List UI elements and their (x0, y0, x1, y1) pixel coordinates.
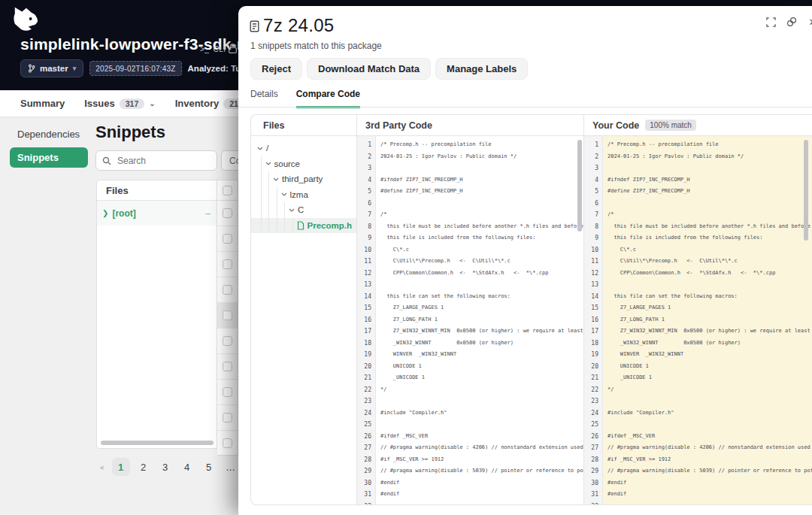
line-number: 15 (357, 302, 375, 314)
row-checkbox[interactable] (223, 285, 232, 295)
line-number: 9 (584, 232, 602, 244)
code-line: this file can set the following macros: (607, 291, 812, 303)
tree-node-source[interactable]: source (251, 156, 356, 172)
snippet-row[interactable] (217, 252, 238, 277)
horizontal-scrollbar[interactable] (101, 441, 214, 445)
tree-node-c[interactable]: C (251, 202, 356, 218)
app-logo-icon[interactable] (11, 5, 40, 35)
snippet-row[interactable] (217, 201, 238, 226)
compare-code-table: Files 3rd Party Code Your Code 100% matc… (250, 114, 812, 505)
line-number: 8 (584, 221, 602, 233)
manage-labels-button[interactable]: Manage Labels (435, 58, 528, 80)
snippet-row[interactable] (217, 354, 238, 380)
line-number: 26 (357, 431, 375, 443)
snippet-row[interactable] (217, 431, 238, 456)
copy-link-icon[interactable] (786, 16, 798, 28)
snippet-row[interactable] (217, 303, 238, 329)
code-line: Z7_LARGE_PAGES 1 (607, 302, 812, 314)
snippet-row[interactable] (217, 277, 238, 303)
snippet-row[interactable] (217, 380, 238, 405)
third-party-code-header: 3rd Party Code (357, 115, 584, 135)
code-line: Z7_LONG_PATH 1 (607, 314, 812, 326)
sidebar-item-snippets[interactable]: Snippets (10, 147, 88, 168)
code-line: #if _MSC_VER >= 1912 (380, 454, 583, 466)
tree-node-label: Precomp.h (308, 221, 352, 230)
terminal-icon: >_ (200, 45, 209, 53)
cli-button[interactable]: >_ CLI (200, 45, 226, 53)
snippet-select-column (217, 180, 238, 456)
line-number: 8 (357, 221, 375, 233)
nav-tab-summary[interactable]: Summary (20, 98, 65, 109)
third-party-scrollbar[interactable] (577, 140, 582, 232)
sidebar-item-dependencies[interactable]: Dependencies (10, 126, 88, 144)
code-line (607, 395, 812, 407)
tab-details[interactable]: Details (250, 89, 278, 108)
page-title: Snippets (95, 123, 165, 142)
expand-icon[interactable] (765, 16, 777, 28)
code-line: */ (607, 384, 812, 396)
tree-indent-guide (292, 218, 293, 234)
row-checkbox[interactable] (223, 259, 232, 269)
package-icon (250, 20, 259, 32)
code-line: // #pragma warning(disable : 5039) // po… (607, 465, 812, 477)
row-checkbox[interactable] (223, 336, 232, 346)
code-line: /* (380, 209, 583, 221)
code-line (607, 419, 812, 431)
snippet-row[interactable] (217, 405, 238, 431)
line-number: 26 (584, 431, 602, 443)
line-number: 20 (357, 361, 375, 373)
reject-button[interactable]: Reject (250, 58, 302, 80)
prev-page-button[interactable]: ◂ (96, 462, 107, 472)
chevron-down-icon (265, 162, 271, 165)
code-line (380, 279, 583, 291)
root-tree-row[interactable]: ❯ [root] – (97, 201, 217, 226)
your-code-scrollbar[interactable] (804, 140, 808, 241)
tp-gutter: 1234567891011121314151617181920212223242… (357, 136, 376, 505)
branch-selector[interactable]: master ▾ (20, 59, 83, 77)
code-line: 2024-01-25 : Igor Pavlov : Public domain… (380, 151, 583, 163)
row-checkbox[interactable] (223, 413, 232, 423)
line-number: 10 (357, 244, 375, 256)
tree-node-precomph[interactable]: Precomp.h (251, 218, 356, 234)
app-root: simplelink-lowpower-f3-sdk-main >_ CLI m… (0, 0, 812, 515)
page-button-1[interactable]: 1 (112, 458, 130, 476)
code-line: _UNICODE 1 (607, 372, 812, 384)
close-icon[interactable]: ✕ (807, 16, 812, 28)
page-button-…[interactable]: … (223, 458, 239, 476)
code-line: _WIN32_WINNT 0x0500 (or higher) (380, 338, 583, 350)
code-line: #endif (380, 489, 583, 501)
row-checkbox[interactable] (223, 362, 232, 371)
download-match-data-button[interactable]: Download Match Data (307, 58, 431, 80)
search-input[interactable] (116, 155, 211, 167)
tree-node-[interactable]: / (251, 141, 356, 156)
modal-tabs: DetailsCompare Code (250, 89, 360, 108)
code-line: // #pragma warning(disable : 4206) // no… (380, 442, 583, 454)
row-checkbox[interactable] (223, 234, 232, 244)
analysis-timestamp-badge: 2025-09-02T16:07:43Z (89, 61, 181, 76)
row-checkbox[interactable] (223, 311, 232, 320)
code-line: #ifdef _MSC_VER (380, 431, 583, 443)
nav-tab-issues[interactable]: Issues317⌄ (84, 98, 155, 109)
page-button-5[interactable]: 5 (201, 458, 217, 476)
row-checkbox[interactable] (223, 387, 232, 397)
row-checkbox[interactable] (223, 208, 232, 218)
snippet-row[interactable] (217, 329, 238, 354)
code-line: // #pragma warning(disable : 4206) // no… (607, 442, 812, 454)
select-all-checkbox[interactable] (223, 186, 232, 195)
line-number: 24 (584, 407, 602, 420)
line-number: 6 (357, 198, 375, 210)
tree-node-thirdparty[interactable]: third_party (251, 171, 356, 187)
match-percentage-badge: 100% match (645, 120, 696, 131)
page-button-3[interactable]: 3 (157, 458, 174, 476)
row-checkbox[interactable] (223, 438, 232, 448)
page-button-2[interactable]: 2 (135, 458, 152, 476)
code-line: this file must be included before anothe… (380, 221, 583, 233)
line-number: 4 (357, 174, 375, 186)
code-line: Z7_LONG_PATH 1 (380, 314, 583, 326)
snippet-row[interactable] (217, 226, 238, 252)
modal-title: 7z 24.05 (263, 16, 334, 35)
line-number: 31 (584, 489, 602, 501)
tab-compare-code[interactable]: Compare Code (296, 89, 360, 108)
page-button-4[interactable]: 4 (179, 458, 195, 476)
tree-node-lzma[interactable]: lzma (251, 187, 356, 203)
